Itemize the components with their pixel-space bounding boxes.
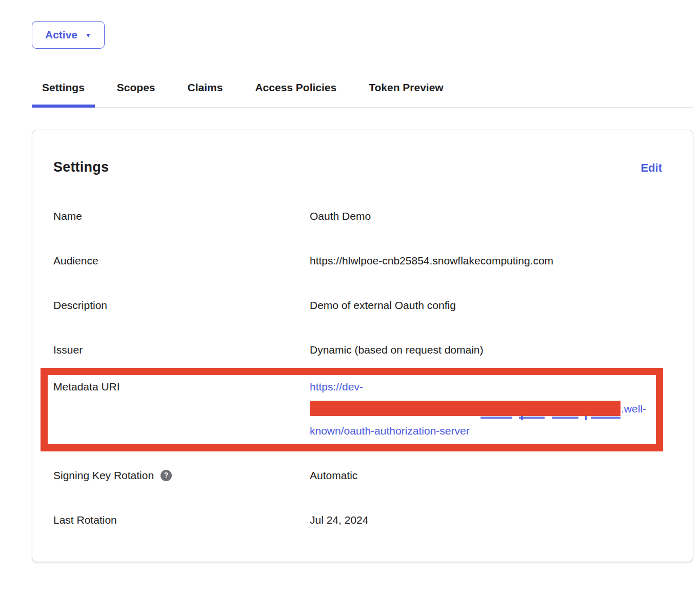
settings-card: Settings Edit Name Oauth Demo Audience h… <box>32 130 693 562</box>
field-label: Last Rotation <box>53 513 310 527</box>
metadata-uri-link[interactable]: https://dev- .well- known/oauth-authoriz… <box>310 376 646 442</box>
field-value: Demo of external Oauth config <box>310 298 456 312</box>
field-row-description: Description Demo of external Oauth confi… <box>53 298 662 312</box>
field-row-issuer: Issuer Dynamic (based on request domain) <box>53 343 662 357</box>
redacted-text-remnant <box>521 416 523 420</box>
field-label: Issuer <box>53 343 310 357</box>
tab-token-preview[interactable]: Token Preview <box>358 81 454 107</box>
chevron-down-icon: ▼ <box>85 32 91 39</box>
metadata-uri-line-3: known/oauth-authorization-server <box>310 420 646 442</box>
status-label: Active <box>45 29 77 41</box>
tab-access-policies[interactable]: Access Policies <box>245 81 347 107</box>
redacted-text-remnant <box>552 417 578 419</box>
card-title: Settings <box>53 159 109 175</box>
field-row-last-rotation: Last Rotation Jul 24, 2024 <box>53 513 662 544</box>
field-value: Oauth Demo <box>310 209 371 223</box>
redacted-text-remnant <box>585 416 587 420</box>
field-label: Metadata URI <box>53 376 310 398</box>
page: Active ▼ Settings Scopes Claims Access P… <box>0 0 700 577</box>
card-header: Settings Edit <box>53 159 662 175</box>
metadata-uri-line-2-suffix: .well- <box>621 403 646 415</box>
help-icon[interactable]: ? <box>161 470 172 481</box>
metadata-uri-line-2: .well- <box>310 398 646 420</box>
field-value: Jul 24, 2024 <box>310 513 368 527</box>
tab-scopes[interactable]: Scopes <box>107 81 166 107</box>
field-value: Automatic <box>310 468 357 482</box>
tab-settings[interactable]: Settings <box>32 81 95 107</box>
field-label: Description <box>53 298 310 312</box>
field-value: https://hlwlpoe-cnb25854.snowflakecomput… <box>310 254 553 267</box>
field-label: Signing Key Rotation ? <box>53 468 310 482</box>
tab-bar: Settings Scopes Claims Access Policies T… <box>32 81 693 108</box>
edit-link[interactable]: Edit <box>641 161 662 175</box>
field-label-text: Signing Key Rotation <box>53 468 154 482</box>
field-row-audience: Audience https://hlwlpoe-cnb25854.snowfl… <box>53 254 662 267</box>
field-label: Name <box>53 209 310 223</box>
status-dropdown-button[interactable]: Active ▼ <box>32 21 105 49</box>
field-row-name: Name Oauth Demo <box>53 209 662 223</box>
redacted-text-remnant <box>591 417 621 419</box>
redacted-text-remnant <box>481 417 512 419</box>
redaction-bar <box>310 401 621 416</box>
tab-claims[interactable]: Claims <box>177 81 233 107</box>
field-row-metadata-uri: Metadata URI https://dev- .well- known/o… <box>53 376 662 442</box>
field-value: Dynamic (based on request domain) <box>310 343 484 357</box>
field-label: Audience <box>53 254 310 267</box>
metadata-uri-line-1: https://dev- <box>310 376 646 398</box>
field-row-signing-key-rotation: Signing Key Rotation ? Automatic <box>53 468 662 482</box>
